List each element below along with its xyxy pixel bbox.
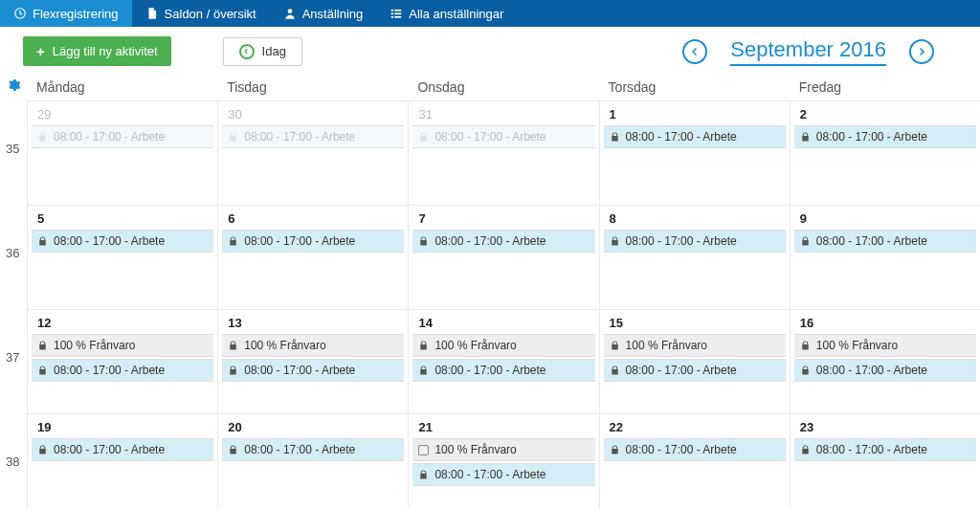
week-row: 352908:00 - 17:00 - Arbete3008:00 - 17:0… [27, 101, 980, 206]
month-label[interactable]: September 2016 [730, 37, 886, 66]
tab-alla-anstallningar[interactable]: Alla anställningar [376, 0, 517, 27]
day-number: 2 [791, 101, 980, 123]
entry-text: 08:00 - 17:00 - Arbete [54, 234, 165, 248]
absence-entry[interactable]: 100 % Frånvaro [222, 334, 404, 357]
work-entry[interactable]: 08:00 - 17:00 - Arbete [604, 230, 786, 253]
work-entry[interactable]: 08:00 - 17:00 - Arbete [32, 438, 213, 461]
day-cell[interactable]: 908:00 - 17:00 - Arbete [790, 206, 980, 309]
day-cell[interactable]: 3108:00 - 17:00 - Arbete [408, 101, 598, 205]
tab-flexregistrering[interactable]: Flexregistrering [0, 0, 132, 27]
entry-text: 100 % Frånvaro [434, 339, 516, 352]
day-number: 20 [218, 414, 408, 436]
tab-saldon[interactable]: Saldon / översikt [132, 0, 270, 27]
day-cell[interactable]: 3008:00 - 17:00 - Arbete [217, 101, 408, 205]
lock-icon [228, 365, 238, 376]
day-cell[interactable]: 2308:00 - 17:00 - Arbete [790, 414, 980, 509]
day-cell[interactable]: 2208:00 - 17:00 - Arbete [599, 414, 790, 509]
work-entry[interactable]: 08:00 - 17:00 - Arbete [604, 359, 786, 382]
chevron-right-icon [916, 46, 927, 57]
absence-entry[interactable]: 100 % Frånvaro [794, 334, 976, 357]
day-cell[interactable]: 808:00 - 17:00 - Arbete [599, 206, 790, 309]
lock-icon [800, 340, 811, 351]
work-entry[interactable]: 08:00 - 17:00 - Arbete [222, 230, 404, 253]
work-entry[interactable]: 08:00 - 17:00 - Arbete [412, 359, 594, 382]
day-cell[interactable]: 1908:00 - 17:00 - Arbete [27, 414, 217, 509]
day-header: Fredag [790, 74, 980, 101]
absence-entry[interactable]: 100 % Frånvaro [412, 334, 594, 357]
work-entry[interactable]: 08:00 - 17:00 - Arbete [412, 463, 594, 486]
work-entry[interactable]: 08:00 - 17:00 - Arbete [604, 438, 786, 461]
work-entry[interactable]: 08:00 - 17:00 - Arbete [794, 438, 976, 461]
lock-icon [610, 365, 620, 376]
day-number: 8 [600, 206, 790, 228]
absence-entry[interactable]: 100 % Frånvaro [604, 334, 786, 357]
day-cell[interactable]: 708:00 - 17:00 - Arbete [408, 206, 598, 309]
absence-entry[interactable]: 100 % Frånvaro [32, 334, 213, 357]
day-cell[interactable]: 21100 % Frånvaro08:00 - 17:00 - Arbete [408, 414, 598, 509]
entry-text: 08:00 - 17:00 - Arbete [54, 364, 165, 377]
prev-month-button[interactable] [682, 39, 707, 64]
tab-anstallning[interactable]: Anställning [270, 0, 377, 27]
work-entry[interactable]: 08:00 - 17:00 - Arbete [794, 230, 976, 253]
next-month-button[interactable] [909, 39, 934, 64]
lock-icon [800, 131, 811, 143]
day-cell[interactable]: 208:00 - 17:00 - Arbete [790, 101, 980, 205]
entry-text: 08:00 - 17:00 - Arbete [626, 130, 737, 144]
work-entry[interactable]: 08:00 - 17:00 - Arbete [794, 359, 976, 382]
document-icon [145, 7, 159, 20]
entry-text: 08:00 - 17:00 - Arbete [434, 130, 546, 144]
work-entry[interactable]: 08:00 - 17:00 - Arbete [412, 125, 594, 148]
day-cell[interactable]: 108:00 - 17:00 - Arbete [599, 101, 790, 205]
day-number: 5 [28, 206, 217, 228]
day-header: Tisdag [217, 74, 408, 101]
day-cell[interactable]: 508:00 - 17:00 - Arbete [27, 206, 217, 309]
lock-icon [610, 340, 620, 351]
day-cell[interactable]: 16100 % Frånvaro08:00 - 17:00 - Arbete [790, 310, 980, 413]
work-entry[interactable]: 08:00 - 17:00 - Arbete [32, 230, 213, 253]
toolbar: + Lägg till ny aktivitet Idag September … [0, 27, 980, 74]
work-entry[interactable]: 08:00 - 17:00 - Arbete [32, 125, 213, 148]
arrow-left-circle-icon [239, 44, 255, 59]
day-number: 14 [409, 310, 598, 332]
clock-icon [13, 7, 27, 20]
work-entry[interactable]: 08:00 - 17:00 - Arbete [412, 230, 594, 253]
day-cell[interactable]: 2008:00 - 17:00 - Arbete [217, 414, 408, 509]
today-button[interactable]: Idag [223, 37, 302, 66]
lock-icon [37, 365, 48, 376]
week-row: 36508:00 - 17:00 - Arbete608:00 - 17:00 … [27, 206, 980, 310]
work-entry[interactable]: 08:00 - 17:00 - Arbete [604, 125, 786, 148]
day-number: 1 [600, 101, 790, 123]
day-cell[interactable]: 14100 % Frånvaro08:00 - 17:00 - Arbete [408, 310, 598, 413]
work-entry[interactable]: 08:00 - 17:00 - Arbete [222, 125, 404, 148]
lock-icon [418, 131, 429, 143]
day-cell[interactable]: 608:00 - 17:00 - Arbete [217, 206, 408, 309]
work-entry[interactable]: 08:00 - 17:00 - Arbete [222, 438, 404, 461]
unlocked-icon [418, 445, 429, 455]
day-header: Onsdag [408, 74, 598, 101]
add-activity-button[interactable]: + Lägg till ny aktivitet [23, 36, 171, 66]
entry-text: 100 % Frånvaro [816, 339, 898, 352]
entry-text: 100 % Frånvaro [434, 443, 516, 456]
day-header-row: Måndag Tisdag Onsdag Torsdag Fredag [27, 74, 980, 101]
entry-text: 08:00 - 17:00 - Arbete [244, 234, 355, 248]
svg-rect-3 [395, 10, 402, 11]
entry-text: 08:00 - 17:00 - Arbete [244, 130, 355, 144]
day-cell[interactable]: 2908:00 - 17:00 - Arbete [27, 101, 217, 205]
lock-icon [37, 444, 48, 455]
day-cell[interactable]: 13100 % Frånvaro08:00 - 17:00 - Arbete [217, 310, 408, 413]
week-number: 37 [6, 350, 19, 365]
day-number: 9 [791, 206, 980, 228]
entry-text: 08:00 - 17:00 - Arbete [816, 443, 927, 456]
entry-text: 08:00 - 17:00 - Arbete [244, 364, 355, 377]
work-entry[interactable]: 08:00 - 17:00 - Arbete [32, 359, 213, 382]
svg-rect-7 [395, 16, 402, 18]
month-nav: September 2016 [682, 37, 934, 66]
day-cell[interactable]: 12100 % Frånvaro08:00 - 17:00 - Arbete [27, 310, 217, 413]
absence-entry[interactable]: 100 % Frånvaro [412, 438, 594, 461]
settings-icon[interactable] [6, 77, 21, 96]
work-entry[interactable]: 08:00 - 17:00 - Arbete [222, 359, 404, 382]
tab-label: Saldon / översikt [165, 7, 256, 21]
work-entry[interactable]: 08:00 - 17:00 - Arbete [794, 125, 976, 148]
day-cell[interactable]: 15100 % Frånvaro08:00 - 17:00 - Arbete [599, 310, 790, 413]
entry-text: 100 % Frånvaro [626, 339, 707, 352]
